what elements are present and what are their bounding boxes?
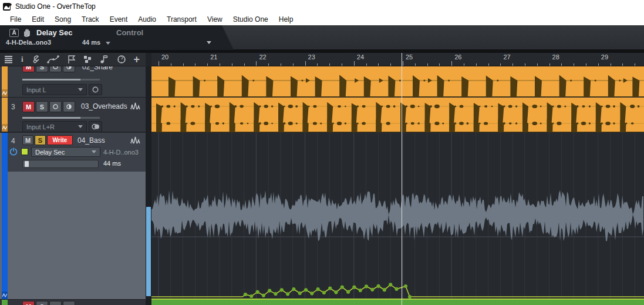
param-name: Delay Sec — [36, 28, 72, 37]
menu-item-track[interactable]: Track — [76, 14, 104, 25]
control-mode-label[interactable]: Control — [116, 28, 143, 37]
ruler-bar-24: 24 — [357, 53, 364, 61]
ruler-bar-25: 25 — [406, 53, 413, 61]
input-select[interactable]: Input L — [22, 84, 87, 95]
param-value-caret-icon[interactable] — [106, 42, 110, 45]
track-header-5[interactable]: M S — [0, 300, 146, 305]
add-track-icon[interactable]: + — [133, 53, 140, 66]
menu-item-studio-one[interactable]: Studio One — [228, 14, 274, 25]
track-name[interactable]: 04_Bass — [77, 136, 105, 145]
param-value[interactable]: 44 ms — [82, 39, 100, 46]
ruler-bar-22: 22 — [259, 53, 266, 61]
clip-03-overheads[interactable] — [151, 98, 644, 132]
track4-color-strip[interactable] — [2, 133, 8, 299]
waveform-icon — [130, 102, 141, 110]
ruler-bar-29: 29 — [601, 53, 608, 61]
track-name[interactable]: 02_Snare — [82, 66, 113, 71]
solo-button[interactable]: S — [35, 135, 46, 145]
solo-button[interactable]: S — [36, 66, 48, 72]
stereo-input-icon[interactable] — [89, 121, 102, 132]
track4-lane[interactable] — [151, 133, 644, 299]
layers-icon[interactable] — [83, 55, 92, 64]
record-button[interactable] — [49, 101, 62, 112]
auto-badge[interactable]: A — [9, 29, 19, 37]
track-name[interactable]: 03_Overheads — [81, 102, 127, 110]
solo-button[interactable]: S — [36, 101, 48, 112]
menu-item-help[interactable]: Help — [274, 14, 299, 25]
title-bar: Studio One - OverTheTop — [0, 0, 644, 13]
input-value: Input L+R — [26, 123, 55, 130]
automation-curve-icon[interactable] — [47, 55, 60, 64]
clip-05-green[interactable] — [151, 299, 644, 305]
delay-automation-curve[interactable] — [151, 133, 644, 299]
timeline-ruler[interactable]: 20212223242526272829 — [151, 53, 644, 66]
automation-value: 44 ms — [103, 160, 121, 167]
menu-item-file[interactable]: File — [5, 14, 26, 25]
meter-icon[interactable] — [117, 55, 126, 64]
automation-param-select[interactable]: Delay Sec — [31, 147, 100, 157]
ruler-bar-28: 28 — [552, 53, 559, 61]
monitor-button[interactable] — [63, 301, 75, 305]
info-icon[interactable]: i — [21, 55, 23, 64]
record-button[interactable] — [49, 66, 62, 72]
track-header-3[interactable]: 3 M S 03_Overheads Input L+R — [0, 98, 146, 132]
menu-item-song[interactable]: Song — [49, 14, 76, 25]
track-number: 3 — [11, 103, 15, 111]
automation-color-swatch — [21, 148, 28, 155]
input-select[interactable]: Input L+R — [22, 121, 87, 132]
automation-param-panel[interactable]: A Delay Sec Control 4-H-Dela..ono3 44 ms — [0, 25, 235, 50]
param-target[interactable]: 4-H-Dela..ono3 — [6, 39, 51, 46]
panel-caret-icon[interactable] — [207, 41, 211, 44]
ruler-bar-26: 26 — [454, 53, 461, 61]
menu-item-view[interactable]: View — [202, 14, 228, 25]
hand-icon[interactable] — [22, 28, 32, 37]
automation-param-value: Delay Sec — [35, 149, 65, 156]
automation-target: 4-H-D..ono3 — [103, 149, 139, 156]
menu-item-edit[interactable]: Edit — [26, 14, 49, 25]
record-button[interactable] — [49, 301, 62, 305]
track5-color-strip[interactable] — [2, 300, 8, 305]
ruler-bar-27: 27 — [503, 53, 510, 61]
menu-item-event[interactable]: Event — [104, 14, 133, 25]
mute-button[interactable]: M — [22, 66, 35, 72]
mono-input-icon[interactable] — [89, 84, 102, 95]
menu-bar: FileEditSongTrackEventAudioTransportView… — [0, 13, 644, 25]
automation-toggle-icon[interactable] — [2, 124, 8, 132]
monitor-button[interactable] — [63, 66, 75, 72]
flag-icon[interactable] — [67, 55, 76, 64]
slider-handle[interactable] — [25, 161, 29, 167]
track-header-4[interactable]: 4 M S Write 04_Bass Delay Sec 4-H-D..ono… — [0, 133, 146, 300]
mute-button[interactable]: M — [22, 135, 33, 145]
track-header-2[interactable]: M S 02_Snare Input L — [0, 66, 146, 98]
track2-color-strip[interactable] — [2, 66, 8, 97]
power-icon[interactable] — [9, 148, 18, 156]
clip-02-snare[interactable] — [151, 66, 644, 97]
solo-button[interactable]: S — [36, 301, 48, 305]
vertical-scrollbar-thumb[interactable] — [146, 207, 151, 296]
automation-toggle-icon[interactable] — [2, 89, 8, 97]
quantize-note-icon[interactable] — [99, 55, 110, 64]
monitor-button[interactable] — [63, 101, 75, 112]
menu-item-audio[interactable]: Audio — [133, 14, 161, 25]
track-list-toolbar: i + — [0, 53, 146, 66]
app-icon — [3, 2, 12, 11]
automation-value-slider[interactable] — [22, 160, 99, 168]
track-number: 4 — [11, 137, 15, 145]
track3-color-strip[interactable] — [2, 98, 8, 132]
wrench-icon[interactable] — [31, 55, 40, 64]
studio-one-window: Studio One - OverTheTop FileEditSongTrac… — [0, 0, 644, 305]
ruler-bar-21: 21 — [210, 53, 217, 61]
mute-button[interactable]: M — [22, 101, 35, 112]
write-automation-button[interactable]: Write — [47, 135, 73, 145]
mute-button[interactable]: M — [22, 301, 35, 305]
window-title: Studio One - OverTheTop — [15, 2, 96, 11]
ruler-bar-23: 23 — [308, 53, 315, 61]
playhead-cursor[interactable] — [402, 53, 402, 305]
automation-toggle-icon[interactable] — [2, 291, 8, 299]
menu-icon[interactable] — [4, 55, 14, 63]
menu-item-transport[interactable]: Transport — [161, 14, 202, 25]
main-toolbar: A Delay Sec Control 4-H-Dela..ono3 44 ms… — [0, 25, 644, 50]
volume-slider[interactable] — [22, 79, 100, 81]
ruler-bar-20: 20 — [161, 53, 168, 61]
volume-slider[interactable] — [22, 117, 100, 119]
